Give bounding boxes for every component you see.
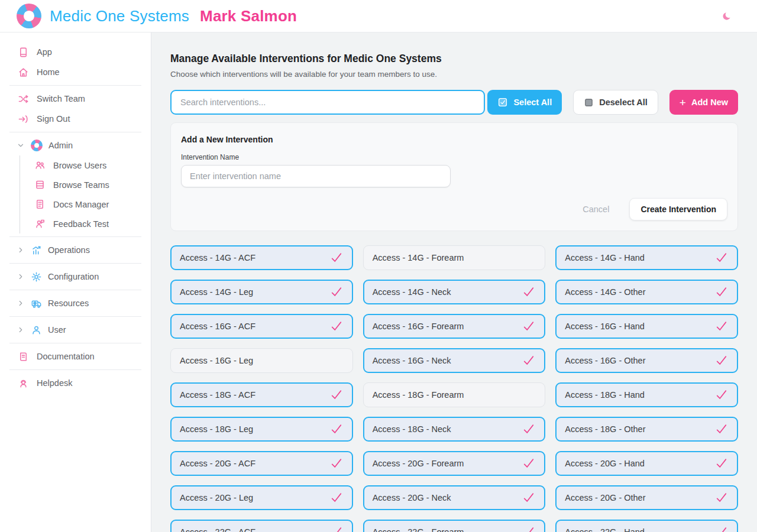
sidebar-section-configuration[interactable]: Configuration: [0, 267, 151, 287]
intervention-card[interactable]: Access - 18G - Leg: [170, 417, 353, 442]
intervention-card[interactable]: Access - 18G - Other: [555, 417, 738, 442]
intervention-label: Access - 18G - Hand: [565, 390, 645, 400]
check-icon: [329, 423, 344, 436]
intervention-label: Access - 18G - ACF: [180, 390, 255, 400]
sidebar-divider: [9, 263, 141, 264]
sidebar-item-docs-manager[interactable]: Docs Manager: [20, 194, 151, 214]
intervention-card[interactable]: Access - 20G - Leg: [170, 485, 353, 510]
sidebar-item-app[interactable]: App: [0, 42, 151, 62]
sidebar-section-operations[interactable]: Operations: [0, 240, 151, 260]
intervention-label: Access - 14G - Neck: [373, 287, 451, 297]
sidebar-item-label: Documentation: [37, 352, 95, 361]
intervention-label: Access - 16G - Other: [565, 356, 645, 365]
sidebar-item-label: Browse Users: [53, 161, 106, 170]
intervention-card[interactable]: Access - 14G - Leg: [170, 280, 353, 304]
sidebar-divider: [9, 369, 141, 370]
intervention-card[interactable]: Access - 18G - Neck: [363, 417, 546, 442]
check-icon: [329, 525, 344, 532]
intervention-card[interactable]: Access - 16G - Other: [555, 348, 738, 373]
cancel-button[interactable]: Cancel: [579, 204, 613, 215]
docs-icon: [34, 199, 46, 210]
check-icon: [522, 491, 536, 504]
check-icon: [714, 354, 729, 367]
add-intervention-panel: Add a New Intervention Intervention Name…: [170, 122, 738, 231]
deselect-all-label: Deselect All: [599, 98, 648, 107]
intervention-label: Access - 16G - Hand: [565, 322, 645, 331]
toolbar: Select All Deselect All + Add New: [170, 90, 738, 115]
moon-icon[interactable]: [722, 10, 733, 22]
add-new-label: Add New: [691, 98, 728, 107]
intervention-card[interactable]: Access - 20G - ACF: [170, 451, 353, 476]
panel-title: Add a New Intervention: [181, 135, 727, 144]
intervention-card[interactable]: Access - 14G - ACF: [170, 245, 353, 270]
sidebar-divider: [9, 132, 141, 132]
intervention-card[interactable]: Access - 16G - Leg: [170, 348, 353, 373]
sidebar-item-label: Browse Teams: [53, 180, 109, 190]
intervention-card[interactable]: Access - 14G - Hand: [555, 245, 738, 270]
sidebar-item-label: Resources: [48, 299, 89, 308]
sidebar-item-sign-out[interactable]: Sign Out: [0, 109, 151, 129]
page-subtitle: Choose which interventions will be avail…: [170, 70, 738, 79]
check-icon: [522, 286, 536, 299]
intervention-label: Access - 14G - ACF: [180, 253, 255, 262]
intervention-label: Access - 16G - Leg: [180, 356, 253, 365]
intervention-card[interactable]: Access - 16G - Neck: [363, 348, 546, 373]
sidebar-item-documentation[interactable]: Documentation: [0, 346, 151, 366]
intervention-card[interactable]: Access - 14G - Other: [555, 280, 738, 304]
intervention-card[interactable]: Access - 14G - Neck: [363, 280, 546, 304]
intervention-card[interactable]: Access - 18G - Forearm: [363, 382, 546, 407]
sidebar-item-label: App: [37, 47, 52, 57]
intervention-label: Access - 22G - Hand: [565, 527, 645, 532]
intervention-card[interactable]: Access - 16G - Forearm: [363, 314, 546, 339]
select-all-button[interactable]: Select All: [487, 90, 562, 115]
intervention-card[interactable]: Access - 16G - Hand: [555, 314, 738, 339]
sidebar-section-admin[interactable]: Admin: [0, 135, 151, 155]
chevron-right-icon: [17, 246, 25, 254]
app-icon: [18, 47, 29, 58]
intervention-card[interactable]: Access - 22G - Forearm: [363, 520, 546, 532]
sidebar-item-switch-team[interactable]: Switch Team: [0, 89, 151, 109]
intervention-card[interactable]: Access - 20G - Other: [555, 485, 738, 510]
intervention-card[interactable]: Access - 20G - Neck: [363, 485, 546, 510]
check-icon: [714, 423, 729, 436]
intervention-card[interactable]: Access - 16G - ACF: [170, 314, 353, 339]
intervention-card[interactable]: Access - 18G - ACF: [170, 382, 353, 407]
sidebar-section-resources[interactable]: Resources: [0, 293, 151, 313]
intervention-label: Access - 20G - Neck: [373, 493, 451, 502]
sidebar-item-label: Helpdesk: [37, 378, 72, 388]
sidebar-section-user[interactable]: User: [0, 320, 151, 340]
sidebar-item-label: User: [48, 325, 66, 335]
sidebar-divider: [9, 316, 141, 317]
resources-icon: [31, 298, 42, 309]
intervention-card[interactable]: Access - 20G - Forearm: [363, 451, 546, 476]
checkbox-checked-icon: [497, 97, 508, 108]
intervention-card[interactable]: Access - 22G - Hand: [555, 520, 738, 532]
deselect-all-button[interactable]: Deselect All: [573, 90, 658, 115]
intervention-card[interactable]: Access - 20G - Hand: [555, 451, 738, 476]
search-input[interactable]: [170, 90, 485, 115]
create-intervention-button[interactable]: Create Intervention: [629, 198, 727, 220]
admin-subgroup: Browse Users Browse Teams Docs Manager: [20, 155, 151, 233]
switch-team-icon: [18, 93, 29, 105]
intervention-card[interactable]: Access - 22G - ACF: [170, 520, 353, 532]
user-icon: [31, 325, 42, 336]
sidebar-item-label: Home: [37, 67, 60, 77]
admin-logo-icon: [31, 140, 43, 151]
check-icon: [714, 525, 729, 532]
sidebar-divider: [9, 85, 141, 86]
sidebar-item-home[interactable]: Home: [0, 62, 151, 82]
intervention-name-input[interactable]: [181, 165, 451, 187]
intervention-card[interactable]: Access - 18G - Hand: [555, 382, 738, 407]
current-user-name: Mark Salmon: [200, 7, 297, 25]
check-icon: [522, 457, 536, 470]
sidebar-item-label: Docs Manager: [53, 200, 109, 209]
intervention-card[interactable]: Access - 14G - Forearm: [363, 245, 546, 270]
sidebar-item-helpdesk[interactable]: Helpdesk: [0, 373, 151, 393]
intervention-label: Access - 18G - Neck: [373, 424, 451, 434]
sidebar-item-label: Admin: [48, 141, 73, 150]
sidebar-item-browse-teams[interactable]: Browse Teams: [20, 175, 151, 194]
sidebar-item-browse-users[interactable]: Browse Users: [20, 155, 151, 175]
sidebar-item-feedback-test[interactable]: Feedback Test: [20, 214, 151, 233]
intervention-label: Access - 14G - Other: [565, 287, 645, 297]
add-new-button[interactable]: + Add New: [669, 90, 738, 115]
